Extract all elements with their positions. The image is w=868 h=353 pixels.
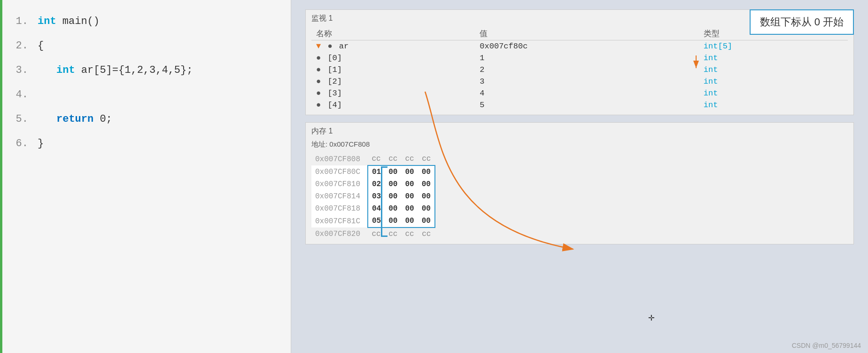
- dot-icon-2: ●: [316, 77, 321, 86]
- dot-icon-0: ●: [316, 54, 321, 63]
- mem-b2-6: cc: [401, 227, 418, 240]
- watch-ar-name: ▼ ● ar: [311, 40, 475, 53]
- memory-address-label: 地址: 0x007CF808: [311, 140, 848, 149]
- line-num-5: 5.: [9, 107, 28, 132]
- mem-b3-2: 00: [418, 178, 435, 190]
- watch-ar-type: int[5]: [699, 40, 848, 53]
- code-text-2: {: [38, 40, 44, 52]
- keyword-return-5: return: [56, 113, 93, 125]
- mem-addr-1: 0x007CF80C: [311, 165, 368, 178]
- code-line-3: 3. int ar[5]={1,2,3,4,5};: [9, 58, 291, 83]
- mem-b3-5: 00: [418, 215, 435, 227]
- watch-row-3: ● [3] 4 int: [311, 87, 848, 99]
- watch-4-value: 5: [475, 99, 698, 111]
- watch-col-name: 名称: [311, 27, 475, 40]
- mem-b2-2: 00: [401, 178, 418, 190]
- memory-row-5: 0x007CF81C 05 00 00 00: [311, 215, 435, 227]
- mem-b3-1: 00: [418, 165, 435, 178]
- code-line-4: 4.: [9, 83, 291, 107]
- watch-4-name: ● [4]: [311, 99, 475, 111]
- watch-3-type: int: [699, 87, 848, 99]
- keyword-int-3: int: [56, 64, 75, 76]
- memory-rows-container: 0x007CF808 cc cc cc cc 0x007CF80C 01 00 …: [311, 153, 848, 240]
- mem-addr-3: 0x007CF814: [311, 190, 368, 203]
- watch-table: 名称 值 类型 ▼ ● ar 0x007cf80c int[5]: [311, 27, 848, 111]
- code-content-3: int ar[5]={1,2,3,4,5};: [38, 58, 193, 83]
- memory-bracket-left: [381, 166, 388, 237]
- code-line-5: 5. return 0;: [9, 107, 291, 132]
- code-line-1: 1. int main(): [9, 9, 291, 34]
- mem-b3-3: 00: [418, 190, 435, 203]
- code-text-5: 0;: [100, 113, 112, 125]
- dot-icon-3: ●: [316, 89, 321, 98]
- code-text-3: ar[5]={1,2,3,4,5};: [81, 64, 193, 76]
- memory-row-1: 0x007CF80C 01 00 00 00: [311, 165, 435, 178]
- line-num-1: 1.: [9, 9, 28, 34]
- line-num-6: 6.: [9, 132, 28, 156]
- code-line-6: 6. }: [9, 132, 291, 156]
- watch-1-type: int: [699, 64, 848, 76]
- dot-icon-ar: ●: [327, 42, 332, 51]
- code-content-2: {: [38, 34, 44, 58]
- code-content-1: int main(): [38, 9, 100, 34]
- watch-1-value: 2: [475, 64, 698, 76]
- watch-2-value: 3: [475, 76, 698, 87]
- line-num-2: 2.: [9, 34, 28, 58]
- mem-b3-6: cc: [418, 227, 435, 240]
- green-bar: [0, 0, 2, 353]
- cursor-icon: ✛: [648, 311, 654, 324]
- watch-3-value: 4: [475, 87, 698, 99]
- code-text-6: }: [38, 138, 44, 149]
- watch-4-type: int: [699, 99, 848, 111]
- code-content-6: }: [38, 132, 44, 156]
- watch-row-2: ● [2] 3 int: [311, 76, 848, 87]
- memory-row-0: 0x007CF808 cc cc cc cc: [311, 153, 435, 165]
- watch-1-name: ● [1]: [311, 64, 475, 76]
- code-text-1: main(): [62, 16, 100, 27]
- mem-b2-1: 00: [401, 165, 418, 178]
- mem-b1-0: cc: [385, 153, 401, 165]
- mem-b0-0: cc: [368, 153, 385, 165]
- keyword-int-1: int: [38, 16, 56, 27]
- memory-row-4: 0x007CF818 04 00 00 00: [311, 203, 435, 215]
- mem-b3-4: 00: [418, 203, 435, 215]
- expand-icon-ar: ▼: [316, 42, 321, 51]
- code-panel: 1. int main() 2. { 3. int ar[5]=: [0, 0, 291, 353]
- mem-b2-3: 00: [401, 190, 418, 203]
- watch-0-type: int: [699, 52, 848, 64]
- mem-addr-2: 0x007CF810: [311, 178, 368, 190]
- watch-0-value: 1: [475, 52, 698, 64]
- code-content-5: return 0;: [38, 107, 112, 132]
- memory-table: 0x007CF808 cc cc cc cc 0x007CF80C 01 00 …: [311, 153, 435, 240]
- watch-row-1: ● [1] 2 int: [311, 64, 848, 76]
- watch-row-4: ● [4] 5 int: [311, 99, 848, 111]
- mem-addr-5: 0x007CF81C: [311, 215, 368, 227]
- watermark: CSDN @m0_56799144: [792, 342, 861, 349]
- annotation-box: 数组下标从 0 开始: [750, 9, 854, 35]
- mem-b2-0: cc: [401, 153, 418, 165]
- watch-row-0: ● [0] 1 int: [311, 52, 848, 64]
- memory-title: 内存 1: [311, 126, 848, 136]
- watch-3-name: ● [3]: [311, 87, 475, 99]
- dot-icon-1: ●: [316, 65, 321, 74]
- memory-row-6: 0x007CF820 cc cc cc cc: [311, 227, 435, 240]
- watch-2-type: int: [699, 76, 848, 87]
- code-line-2: 2. {: [9, 34, 291, 58]
- memory-panel: 内存 1 地址: 0x007CF808 0x007CF808 cc cc cc …: [305, 122, 854, 244]
- memory-row-2: 0x007CF810 02 00 00 00: [311, 178, 435, 190]
- line-num-3: 3.: [9, 58, 28, 83]
- watch-0-name: ● [0]: [311, 52, 475, 64]
- dot-icon-4: ●: [316, 101, 321, 110]
- mem-b3-0: cc: [418, 153, 435, 165]
- annotation-text: 数组下标从 0 开始: [760, 16, 844, 28]
- right-panel: 数组下标从 0 开始 监视 1 名称 值 类型 ▼: [291, 0, 868, 353]
- watch-ar-value: 0x007cf80c: [475, 40, 698, 53]
- code-lines: 1. int main() 2. { 3. int ar[5]=: [0, 9, 291, 156]
- mem-b2-4: 00: [401, 203, 418, 215]
- mem-addr-4: 0x007CF818: [311, 203, 368, 215]
- memory-row-3: 0x007CF814 03 00 00 00: [311, 190, 435, 203]
- watch-2-name: ● [2]: [311, 76, 475, 87]
- line-num-4: 4.: [9, 83, 28, 107]
- mem-addr-6: 0x007CF820: [311, 227, 368, 240]
- mem-addr-0: 0x007CF808: [311, 153, 368, 165]
